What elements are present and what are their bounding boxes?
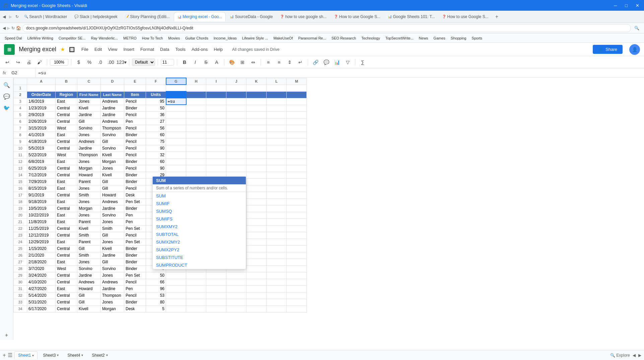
cell-L25[interactable] (267, 245, 287, 252)
col-header-F[interactable]: F (146, 78, 166, 85)
cell-L1[interactable] (267, 85, 287, 91)
bookmark-14[interactable]: TopSecretWrite... (383, 35, 416, 41)
cell-K24[interactable] (246, 239, 267, 245)
cell-B13[interactable]: Central (56, 165, 77, 172)
cell-K5[interactable] (246, 111, 267, 118)
cell-B4[interactable]: Central (56, 105, 77, 111)
cell-L28[interactable] (267, 265, 287, 272)
browser-tab-0[interactable]: 🔍 Search | Wordtracker (21, 12, 70, 21)
autocomplete-item-9[interactable]: SUMPRODUCT (153, 261, 246, 269)
cell-L10[interactable] (267, 145, 287, 152)
cell-B28[interactable]: West (56, 265, 77, 272)
cell-L24[interactable] (267, 239, 287, 245)
percent-button[interactable]: % (85, 58, 94, 67)
row-header-16[interactable]: 16 (14, 185, 27, 192)
row-header-30[interactable]: 30 (14, 279, 27, 285)
cell-C21[interactable]: Parent (77, 218, 101, 225)
cell-A7[interactable]: 3/15/2019 (27, 125, 56, 131)
cell-F8[interactable]: 60 (146, 131, 166, 138)
cell-G11[interactable] (166, 152, 186, 158)
col-header-I[interactable]: I (206, 78, 226, 85)
cell-D13[interactable]: Jones (101, 165, 124, 172)
cell-I9[interactable] (206, 138, 226, 145)
cell-K20[interactable] (246, 212, 267, 218)
cell-D5[interactable]: Jardine (101, 111, 124, 118)
cell-H10[interactable] (186, 145, 206, 152)
cell-J3[interactable] (226, 98, 246, 105)
cell-E28[interactable]: Binder (124, 265, 146, 272)
cell-E23[interactable]: Pencil (124, 232, 146, 239)
cell-B18[interactable]: East (56, 198, 77, 205)
cell-K22[interactable] (246, 225, 267, 232)
sheet-tab-dropdown-0[interactable]: ▾ (32, 354, 34, 357)
url-input[interactable] (22, 24, 631, 32)
font-family-selector[interactable]: Default (132, 59, 155, 66)
cell-I4[interactable] (206, 105, 226, 111)
cell-H29[interactable] (186, 272, 206, 279)
cell-J7[interactable] (226, 125, 246, 131)
cell-D26[interactable]: Jardine (101, 252, 124, 259)
cell-K7[interactable] (246, 125, 267, 131)
cell-K9[interactable] (246, 138, 267, 145)
cell-A25[interactable]: 1/15/2020 (27, 245, 56, 252)
row-header-27[interactable]: 27 (14, 259, 27, 265)
cell-A28[interactable]: 3/7/2020 (27, 265, 56, 272)
cell-A23[interactable]: 12/12/2019 (27, 232, 56, 239)
bookmark-10[interactable]: MakeUseOf (271, 35, 295, 41)
italic-button[interactable]: I (191, 58, 200, 67)
bookmark-5[interactable]: How To Tech (140, 35, 165, 41)
reload-button[interactable]: ↻ (14, 14, 20, 19)
cell-K29[interactable] (246, 272, 267, 279)
row-header-18[interactable]: 18 (14, 198, 27, 205)
cell-K27[interactable] (246, 259, 267, 265)
cell-E4[interactable]: Binder (124, 105, 146, 111)
cell-G30[interactable] (166, 279, 186, 285)
cell-E10[interactable]: Pencil (124, 145, 146, 152)
cell-L23[interactable] (267, 232, 287, 239)
cell-D7[interactable]: Thompson (101, 125, 124, 131)
forward-icon[interactable]: ▶ (7, 26, 10, 30)
cell-K32[interactable] (246, 292, 267, 299)
cell-L3[interactable] (267, 98, 287, 105)
cell-C8[interactable]: Jones (77, 131, 101, 138)
cell-L31[interactable] (267, 285, 287, 292)
add-sheet-button[interactable]: + (3, 352, 6, 358)
borders-button[interactable]: ⊞ (238, 58, 247, 67)
cell-I34[interactable] (206, 305, 226, 312)
cell-E13[interactable]: Pencil (124, 165, 146, 172)
cell-F7[interactable]: 56 (146, 125, 166, 131)
minimize-button[interactable]: ─ (612, 3, 619, 8)
browser-tab-6[interactable]: ❓ How to use Google S... (331, 12, 384, 21)
cell-G8[interactable] (166, 131, 186, 138)
cell-A17[interactable]: 9/1/2019 (27, 192, 56, 198)
cell-G5[interactable] (166, 111, 186, 118)
cell-C34[interactable]: Kivell (77, 305, 101, 312)
cell-L30[interactable] (267, 279, 287, 285)
cell-F11[interactable]: 32 (146, 152, 166, 158)
cell-M13[interactable] (287, 165, 307, 172)
cell-D16[interactable]: Gill (101, 185, 124, 192)
menu-tools[interactable]: Tools (173, 46, 188, 53)
cell-B10[interactable]: Central (56, 145, 77, 152)
strikethrough-button[interactable]: S (201, 58, 211, 67)
row-header-13[interactable]: 13 (14, 165, 27, 172)
col-header-D[interactable]: D (101, 78, 124, 85)
cell-B5[interactable]: Central (56, 111, 77, 118)
cell-A10[interactable]: 5/5/2019 (27, 145, 56, 152)
row-header-17[interactable]: 17 (14, 192, 27, 198)
cell-F10[interactable]: 90 (146, 145, 166, 152)
formula-input[interactable] (35, 70, 644, 75)
comment-button[interactable]: 💬 (321, 58, 331, 67)
cell-L12[interactable] (267, 158, 287, 165)
undo-button[interactable]: ↩ (3, 58, 12, 67)
cell-C3[interactable]: Jones (77, 98, 101, 105)
cell-I6[interactable] (206, 118, 226, 125)
cell-F31[interactable]: 96 (146, 285, 166, 292)
row-header-2[interactable]: 2 (14, 91, 27, 98)
cell-L8[interactable] (267, 131, 287, 138)
cell-L9[interactable] (267, 138, 287, 145)
menu-data[interactable]: Data (157, 46, 172, 53)
text-color-button[interactable]: A (212, 58, 221, 67)
cell-H6[interactable] (186, 118, 206, 125)
cell-K33[interactable] (246, 299, 267, 305)
